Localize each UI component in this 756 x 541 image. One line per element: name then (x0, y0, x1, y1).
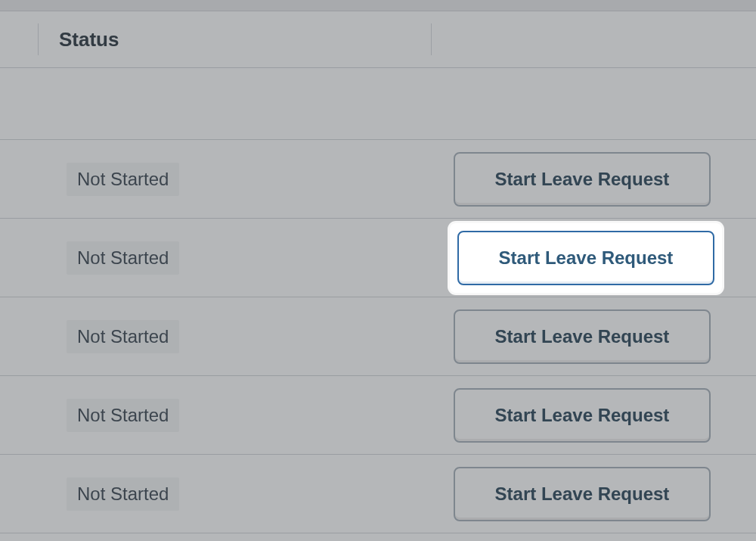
start-leave-request-button[interactable]: Start Leave Request (454, 467, 711, 521)
table-row: Not Started Start Leave Request (0, 455, 756, 533)
action-cell: Start Leave Request (454, 388, 718, 443)
table-row: Not Started Start Leave Request (0, 140, 756, 219)
status-badge: Not Started (67, 320, 179, 353)
start-leave-request-button-highlighted[interactable]: Start Leave Request (457, 231, 714, 285)
start-leave-request-button[interactable]: Start Leave Request (454, 309, 711, 364)
table-row: Not Started Start Leave Request (0, 376, 756, 455)
action-cell: Start Leave Request (454, 152, 718, 207)
header-divider-left (38, 23, 39, 55)
status-badge: Not Started (67, 163, 179, 196)
status-badge: Not Started (67, 241, 179, 275)
tutorial-highlight: Start Leave Request (450, 223, 722, 293)
status-badge: Not Started (67, 399, 179, 432)
start-leave-request-button[interactable]: Start Leave Request (454, 152, 711, 207)
action-cell: Start Leave Request (454, 467, 718, 521)
status-badge: Not Started (67, 477, 179, 511)
table-row: Not Started Start Leave Request (0, 297, 756, 376)
table-header-row: Status (0, 11, 756, 68)
header-divider-right (431, 23, 432, 55)
window-topbar (0, 0, 756, 11)
action-cell: Start Leave Request (454, 309, 718, 364)
column-header-status: Status (59, 28, 119, 51)
header-spacer (0, 68, 756, 140)
start-leave-request-button[interactable]: Start Leave Request (454, 388, 711, 443)
